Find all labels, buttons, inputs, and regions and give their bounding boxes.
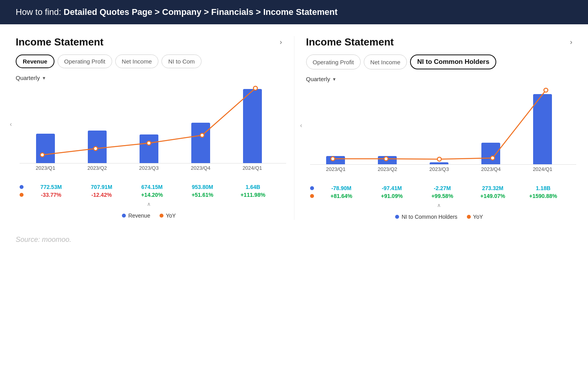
left-legend-yoy-label: YoY bbox=[166, 212, 176, 219]
left-quarterly-selector[interactable]: Quarterly ▼ bbox=[16, 74, 282, 81]
left-rev-5: 1.64B bbox=[228, 184, 278, 190]
left-tab-row: Revenue Operating Profit Net Income NI t… bbox=[16, 54, 282, 68]
right-yoy-5: +1590.88% bbox=[518, 193, 568, 199]
banner-path: Detailed Quotes Page > Company > Financi… bbox=[64, 7, 338, 17]
source-text: Source: moomoo. bbox=[16, 236, 572, 244]
right-legend-yoy-label: YoY bbox=[473, 214, 483, 220]
left-bar-group-5 bbox=[227, 85, 278, 163]
right-legend: NI to Common Holders YoY bbox=[306, 214, 573, 220]
right-yoy-4: +149.07% bbox=[468, 193, 518, 199]
right-tab-net-income[interactable]: Net Income bbox=[364, 54, 407, 69]
left-baseline bbox=[20, 163, 286, 163]
right-legend-ni-label: NI to Common Holders bbox=[401, 214, 457, 220]
right-revenue-dot bbox=[310, 186, 314, 190]
right-bar-group-3 bbox=[413, 86, 465, 165]
left-bar-group-3 bbox=[123, 85, 175, 163]
right-bar-group-4 bbox=[465, 86, 517, 165]
left-tab-revenue[interactable]: Revenue bbox=[16, 54, 54, 68]
left-x-label-4: 2023/Q4 bbox=[175, 165, 227, 171]
right-x-label-4: 2023/Q4 bbox=[465, 166, 517, 172]
left-panel-header: Income Statement › bbox=[16, 36, 282, 48]
left-yoy-row: -33.77% -12.42% +14.20% +51.61% +111.98% bbox=[20, 192, 278, 198]
left-rev-2: 707.91M bbox=[76, 184, 127, 190]
right-yoy-dot bbox=[310, 194, 314, 198]
right-panel-title: Income Statement bbox=[306, 36, 394, 48]
left-legend: Revenue YoY bbox=[16, 212, 282, 219]
right-collapse-arrow[interactable]: ∧ bbox=[306, 202, 573, 208]
right-bar-2 bbox=[378, 156, 397, 165]
left-rev-4: 953.80M bbox=[177, 184, 228, 190]
left-yoy-5: +111.98% bbox=[228, 192, 278, 198]
left-revenue-row: 772.53M 707.91M 674.15M 953.80M 1.64B bbox=[20, 184, 278, 190]
right-data-rows: -78.90M -97.41M -2.27M 273.32M 1.18B +81… bbox=[306, 185, 573, 199]
left-tab-net-income[interactable]: Net Income bbox=[115, 54, 159, 68]
right-legend-ni: NI to Common Holders bbox=[395, 214, 457, 220]
left-yoy-1: -33.77% bbox=[26, 192, 76, 198]
left-bar-group-2 bbox=[71, 85, 123, 163]
left-legend-yoy: YoY bbox=[160, 212, 176, 219]
left-panel-chevron[interactable]: › bbox=[280, 38, 282, 46]
right-legend-ni-dot bbox=[395, 215, 399, 219]
right-bars-container bbox=[306, 86, 573, 165]
right-legend-yoy-dot bbox=[467, 215, 471, 219]
right-bar-5 bbox=[533, 94, 552, 165]
left-legend-yoy-dot bbox=[160, 214, 163, 218]
left-legend-revenue-label: Revenue bbox=[128, 212, 150, 219]
right-chart-area: ‹ bbox=[306, 86, 573, 180]
left-legend-revenue: Revenue bbox=[122, 212, 150, 219]
right-rev-1: -78.90M bbox=[316, 185, 367, 191]
right-tab-operating-profit[interactable]: Operating Profit bbox=[306, 54, 361, 69]
right-x-label-1: 2023/Q1 bbox=[310, 166, 362, 172]
left-bar-3 bbox=[140, 134, 158, 163]
right-rev-2: -97.41M bbox=[367, 185, 417, 191]
left-yoy-2: -12.42% bbox=[76, 192, 127, 198]
left-data-rows: 772.53M 707.91M 674.15M 953.80M 1.64B -3… bbox=[16, 184, 282, 198]
left-bar-group-1 bbox=[20, 85, 71, 163]
left-x-label-2: 2023/Q2 bbox=[71, 165, 123, 171]
right-quarterly-label: Quarterly bbox=[306, 76, 330, 82]
left-x-label-3: 2023/Q3 bbox=[123, 165, 175, 171]
left-tab-operating-profit[interactable]: Operating Profit bbox=[58, 54, 112, 68]
left-nav-arrow[interactable]: ‹ bbox=[10, 121, 12, 128]
left-bar-2 bbox=[88, 131, 107, 163]
right-yoy-1: +81.64% bbox=[316, 193, 367, 199]
right-quarterly-selector[interactable]: Quarterly ▼ bbox=[306, 76, 573, 82]
left-bar-5 bbox=[243, 89, 262, 163]
left-yoy-dot bbox=[20, 193, 24, 197]
right-yoy-row: +81.64% +91.09% +99.58% +149.07% +1590.8… bbox=[310, 193, 569, 199]
left-tab-ni-com[interactable]: NI to Com bbox=[162, 54, 201, 68]
right-bar-group-1 bbox=[310, 86, 362, 165]
right-panel-header: Income Statement › bbox=[306, 36, 573, 48]
right-baseline bbox=[310, 164, 577, 165]
left-yoy-4: +51.61% bbox=[177, 192, 228, 198]
left-revenue-dot bbox=[20, 185, 24, 189]
right-yoy-3: +99.58% bbox=[417, 193, 468, 199]
right-tab-ni-common[interactable]: NI to Common Holders bbox=[410, 54, 496, 69]
right-panel-chevron[interactable]: › bbox=[570, 38, 572, 46]
right-panel: Income Statement › Operating Profit Net … bbox=[294, 36, 573, 220]
left-yoy-3: +14.20% bbox=[127, 192, 177, 198]
right-x-label-5: 2024/Q1 bbox=[517, 166, 568, 172]
right-tab-row: Operating Profit Net Income NI to Common… bbox=[306, 54, 573, 69]
main-content: Income Statement › Revenue Operating Pro… bbox=[0, 24, 588, 256]
left-bars-container bbox=[16, 85, 282, 163]
left-x-labels: 2023/Q1 2023/Q2 2023/Q3 2023/Q4 2024/Q1 bbox=[16, 165, 282, 171]
right-x-label-2: 2023/Q2 bbox=[361, 166, 413, 172]
right-rev-5: 1.18B bbox=[518, 185, 568, 191]
right-legend-yoy: YoY bbox=[467, 214, 483, 220]
left-quarterly-label: Quarterly bbox=[16, 74, 40, 81]
right-x-label-3: 2023/Q3 bbox=[413, 166, 465, 172]
left-panel: Income Statement › Revenue Operating Pro… bbox=[16, 36, 294, 220]
left-bar-1 bbox=[36, 134, 55, 163]
right-nav-arrow[interactable]: ‹ bbox=[300, 122, 302, 129]
right-bar-group-2 bbox=[361, 86, 413, 165]
left-collapse-arrow[interactable]: ∧ bbox=[16, 201, 282, 207]
left-rev-1: 772.53M bbox=[26, 184, 76, 190]
right-dropdown-arrow: ▼ bbox=[332, 77, 336, 82]
left-bar-group-4 bbox=[175, 85, 227, 163]
left-legend-revenue-dot bbox=[122, 214, 126, 218]
right-yoy-2: +91.09% bbox=[367, 193, 417, 199]
right-rev-4: 273.32M bbox=[468, 185, 518, 191]
right-rev-3: -2.27M bbox=[417, 185, 468, 191]
left-panel-title: Income Statement bbox=[16, 36, 103, 48]
